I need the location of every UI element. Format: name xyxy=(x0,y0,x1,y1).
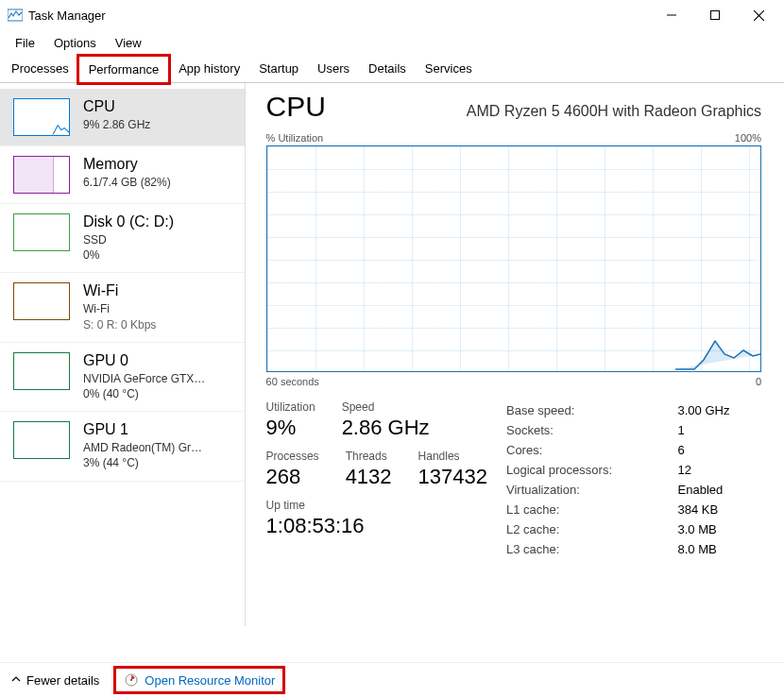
spec-label: Sockets: xyxy=(506,420,661,440)
disk-thumbnail xyxy=(13,213,70,251)
gpu1-thumbnail xyxy=(13,421,70,459)
sidebar-item-sub: SSD xyxy=(83,232,174,247)
close-button[interactable] xyxy=(737,0,780,30)
sidebar-item-sub2: S: 0 R: 0 Kbps xyxy=(83,317,156,332)
menu-options[interactable]: Options xyxy=(44,34,106,52)
tab-processes[interactable]: Processes xyxy=(2,56,78,82)
fewer-details-label: Fewer details xyxy=(26,673,99,688)
spec-logical: 12 xyxy=(661,460,761,480)
tab-users[interactable]: Users xyxy=(308,56,359,82)
spec-l3: 8.0 MB xyxy=(661,539,761,559)
spec-cores: 6 xyxy=(661,440,761,460)
tab-apphistory[interactable]: App history xyxy=(169,56,249,82)
stat-label-speed: Speed xyxy=(342,400,430,414)
tab-performance[interactable]: Performance xyxy=(78,56,169,83)
sidebar-item-label: Wi-Fi xyxy=(83,282,156,299)
memory-thumbnail xyxy=(13,156,70,194)
stat-processes: 268 xyxy=(266,465,319,489)
menu-view[interactable]: View xyxy=(106,34,151,52)
sidebar-item-label: GPU 0 xyxy=(83,352,205,369)
utilization-graph xyxy=(266,145,761,372)
tab-strip: Processes Performance App history Startu… xyxy=(0,56,784,83)
sidebar-item-sub2: 0% xyxy=(83,247,174,263)
spec-label: L1 cache: xyxy=(506,500,661,519)
stat-label-handles: Handles xyxy=(418,450,487,463)
sidebar-item-label: Memory xyxy=(83,156,171,173)
svg-point-6 xyxy=(130,679,132,681)
stat-label-threads: Threads xyxy=(346,450,392,463)
open-resource-monitor-label: Open Resource Monitor xyxy=(145,673,275,688)
spec-base-speed: 3.00 GHz xyxy=(661,400,761,420)
graph-x-left: 60 seconds xyxy=(266,376,319,387)
window-title: Task Manager xyxy=(28,8,106,23)
stat-threads: 4132 xyxy=(346,465,392,489)
sidebar-item-sub2: 0% (40 °C) xyxy=(83,386,205,401)
graph-y-max: 100% xyxy=(735,132,761,144)
spec-sockets: 1 xyxy=(661,420,761,440)
cpu-specs: Base speed:3.00 GHz Sockets:1 Cores:6 Lo… xyxy=(506,400,761,559)
fewer-details-button[interactable]: Fewer details xyxy=(11,673,99,688)
wifi-thumbnail xyxy=(13,282,70,320)
chevron-up-icon xyxy=(11,674,21,686)
graph-x-right: 0 xyxy=(756,376,761,387)
menubar: File Options View xyxy=(0,30,784,56)
sidebar-item-disk0[interactable]: Disk 0 (C: D:) SSD 0% xyxy=(0,204,245,273)
graph-y-label: % Utilization xyxy=(266,132,324,144)
tab-details[interactable]: Details xyxy=(359,56,416,82)
sidebar-item-sub: NVIDIA GeForce GTX… xyxy=(83,371,205,386)
sidebar-item-sub: AMD Radeon(TM) Gr… xyxy=(83,440,202,455)
main-panel: CPU AMD Ryzen 5 4600H with Radeon Graphi… xyxy=(249,83,784,626)
minimize-button[interactable] xyxy=(650,0,693,30)
cpu-thumbnail xyxy=(13,98,70,136)
stat-uptime: 1:08:53:16 xyxy=(266,514,365,538)
footer: Fewer details Open Resource Monitor xyxy=(0,662,784,697)
spec-virtualization: Enabled xyxy=(661,480,761,500)
sidebar-item-sub: 6.1/7.4 GB (82%) xyxy=(83,175,171,190)
sidebar-item-sub2: 3% (44 °C) xyxy=(83,455,202,470)
sidebar-item-sub: 9% 2.86 GHz xyxy=(83,117,150,132)
stat-handles: 137432 xyxy=(418,465,487,489)
svg-rect-2 xyxy=(711,11,720,20)
sidebar-item-gpu1[interactable]: GPU 1 AMD Radeon(TM) Gr… 3% (44 °C) xyxy=(0,412,245,481)
spec-label: L3 cache: xyxy=(506,539,661,559)
stat-label-uptime: Up time xyxy=(266,499,365,512)
spec-label: Base speed: xyxy=(506,400,661,420)
spec-label: L2 cache: xyxy=(506,519,661,539)
tab-services[interactable]: Services xyxy=(416,56,482,82)
stat-label-processes: Processes xyxy=(266,450,319,463)
stat-label-utilization: Utilization xyxy=(266,400,315,414)
resource-monitor-icon xyxy=(124,672,139,688)
sidebar-item-gpu0[interactable]: GPU 0 NVIDIA GeForce GTX… 0% (40 °C) xyxy=(0,343,245,412)
tab-startup[interactable]: Startup xyxy=(249,56,308,82)
spec-l2: 3.0 MB xyxy=(661,519,761,539)
sidebar-item-memory[interactable]: Memory 6.1/7.4 GB (82%) xyxy=(0,146,245,204)
sidebar-item-cpu[interactable]: CPU 9% 2.86 GHz xyxy=(0,89,245,146)
spec-l1: 384 KB xyxy=(661,500,761,519)
spec-label: Logical processors: xyxy=(506,460,661,480)
spec-label: Cores: xyxy=(506,440,661,460)
stat-utilization: 9% xyxy=(266,416,315,440)
app-icon xyxy=(8,8,23,23)
content: CPU 9% 2.86 GHz Memory 6.1/7.4 GB (82%) … xyxy=(0,83,784,626)
menu-file[interactable]: File xyxy=(6,34,44,52)
stat-speed: 2.86 GHz xyxy=(342,416,430,440)
sidebar-item-wifi[interactable]: Wi-Fi Wi-Fi S: 0 R: 0 Kbps xyxy=(0,273,245,342)
sidebar-item-label: CPU xyxy=(83,98,150,115)
cpu-model: AMD Ryzen 5 4600H with Radeon Graphics xyxy=(467,103,761,120)
sidebar-item-label: Disk 0 (C: D:) xyxy=(83,213,174,230)
sidebar-item-sub: Wi-Fi xyxy=(83,301,156,316)
page-title: CPU xyxy=(266,91,326,123)
sidebar-item-label: GPU 1 xyxy=(83,421,202,438)
gpu0-thumbnail xyxy=(13,352,70,390)
titlebar: Task Manager xyxy=(0,0,784,30)
spec-label: Virtualization: xyxy=(506,480,661,500)
maximize-button[interactable] xyxy=(693,0,737,30)
open-resource-monitor-button[interactable]: Open Resource Monitor xyxy=(116,669,282,691)
sidebar: CPU 9% 2.86 GHz Memory 6.1/7.4 GB (82%) … xyxy=(0,83,246,626)
